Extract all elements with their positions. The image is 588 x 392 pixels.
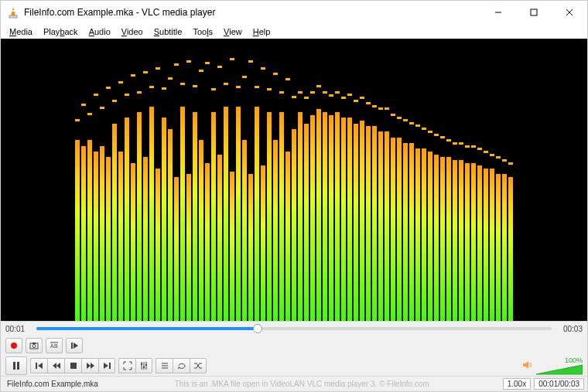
svg-rect-21 — [70, 363, 77, 369]
video-area[interactable] — [1, 39, 587, 321]
svg-rect-29 — [141, 363, 142, 365]
viz-peak — [397, 117, 402, 119]
viz-bar — [248, 174, 253, 321]
controls-panel: 00:01 00:03 AB — [1, 321, 587, 391]
volume-slider[interactable] — [536, 364, 583, 375]
viz-bar — [446, 157, 451, 321]
viz-bar — [304, 124, 309, 322]
viz-peak — [261, 67, 265, 70]
loop-ab-button[interactable]: AB — [46, 338, 63, 353]
next-button[interactable] — [98, 358, 115, 373]
menu-playback[interactable]: Playback — [38, 26, 84, 37]
viz-peak — [310, 91, 315, 94]
record-button[interactable] — [5, 338, 22, 353]
viz-bar — [211, 112, 216, 321]
viz-peak — [316, 85, 321, 87]
forward-button[interactable] — [81, 358, 98, 373]
menu-tools[interactable]: Tools — [187, 26, 218, 37]
viz-bar — [125, 118, 129, 321]
viz-bar — [143, 157, 148, 321]
viz-bar — [477, 165, 482, 321]
menu-video[interactable]: Video — [116, 26, 149, 37]
svg-rect-17 — [36, 363, 37, 369]
svg-rect-1 — [9, 15, 17, 18]
shuffle-button[interactable] — [190, 358, 207, 373]
viz-peak — [81, 104, 86, 106]
viz-bar — [273, 140, 278, 321]
menu-view[interactable]: View — [218, 26, 248, 37]
viz-peak — [279, 91, 284, 94]
viz-peak — [217, 66, 222, 68]
svg-text:B: B — [54, 343, 58, 349]
maximize-button[interactable] — [516, 1, 552, 24]
pause-button[interactable] — [5, 356, 27, 375]
viz-bar — [168, 129, 173, 321]
viz-peak — [446, 139, 451, 141]
viz-peak — [415, 124, 420, 127]
status-bar: FileInfo.com Example.mka This is an .MKA… — [1, 376, 587, 391]
menu-subtitle[interactable]: Subtitle — [149, 26, 188, 37]
minimize-button[interactable] — [480, 1, 516, 24]
viz-peak — [360, 97, 364, 99]
viz-bar — [180, 107, 185, 321]
viz-peak — [471, 145, 476, 148]
menu-audio[interactable]: Audio — [84, 26, 116, 37]
viz-bar — [335, 112, 340, 321]
loop-button[interactable] — [173, 358, 190, 373]
seek-thumb[interactable] — [253, 324, 262, 333]
rewind-button[interactable] — [47, 358, 64, 373]
viz-bar — [397, 138, 402, 321]
viz-bar — [217, 155, 222, 321]
viz-peak — [106, 87, 111, 89]
viz-bar — [329, 115, 333, 321]
viz-bar — [94, 152, 98, 321]
viz-bar — [285, 152, 290, 321]
viz-bar — [100, 146, 104, 321]
viz-peak — [248, 60, 253, 63]
viz-bar — [409, 143, 414, 321]
window-title: FileInfo.com Example.mka - VLC media pla… — [24, 7, 480, 18]
stop-button[interactable] — [64, 358, 81, 373]
extended-settings-button[interactable] — [135, 358, 152, 373]
viz-bar — [354, 124, 358, 322]
nav-group — [30, 358, 115, 373]
svg-rect-25 — [109, 363, 111, 369]
viz-peak — [205, 62, 210, 64]
svg-rect-10 — [32, 343, 36, 344]
svg-rect-15 — [13, 362, 15, 370]
viz-bar — [316, 109, 321, 321]
viz-bar — [323, 112, 327, 321]
viz-peak — [385, 107, 389, 110]
viz-peak — [273, 73, 278, 75]
speaker-icon[interactable] — [522, 360, 533, 372]
viz-peak — [422, 128, 426, 130]
viz-bar — [236, 107, 241, 321]
viz-peak — [484, 151, 488, 153]
viz-peak — [292, 96, 296, 98]
menu-help[interactable]: Help — [248, 26, 276, 37]
viz-peak — [347, 94, 352, 96]
viz-peak — [75, 119, 80, 121]
viz-peak — [391, 114, 395, 116]
viz-peak — [180, 83, 185, 85]
viz-bar — [508, 177, 513, 321]
status-time[interactable]: 00:01/00:03 — [534, 378, 584, 390]
snapshot-button[interactable] — [26, 338, 43, 353]
viz-peak — [255, 86, 259, 88]
close-button[interactable] — [552, 1, 587, 24]
viz-bar — [391, 138, 395, 321]
viz-bar — [347, 118, 352, 321]
time-elapsed: 00:01 — [5, 325, 32, 333]
seek-slider[interactable] — [36, 325, 552, 332]
viz-peak — [366, 102, 371, 104]
volume-control: 100% — [522, 356, 583, 375]
frame-step-button[interactable] — [66, 338, 83, 353]
playlist-button[interactable] — [156, 358, 173, 373]
viz-bar — [465, 163, 470, 321]
playback-speed[interactable]: 1.00x — [503, 378, 531, 390]
prev-button[interactable] — [30, 358, 47, 373]
menu-media[interactable]: Media — [4, 26, 38, 37]
fullscreen-button[interactable] — [118, 358, 135, 373]
viz-peak — [199, 70, 203, 72]
viz-bar — [341, 118, 346, 321]
